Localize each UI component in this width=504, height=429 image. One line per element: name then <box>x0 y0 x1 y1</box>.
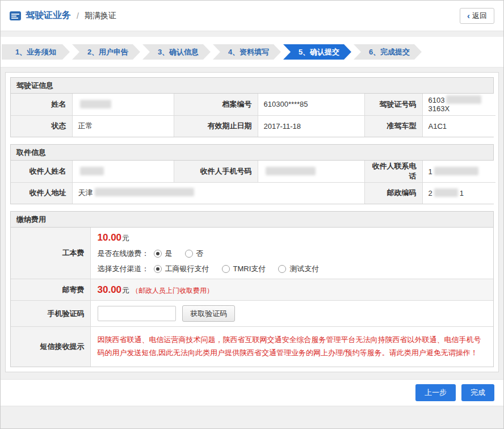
step-tab-1[interactable]: 1、业务须知 <box>2 44 70 60</box>
fees-section-title: 缴纳费用 <box>11 212 493 228</box>
recipient-address-label: 收件人地址 <box>11 182 72 204</box>
radio-channel-tmri[interactable]: TMRI支付 <box>222 264 266 274</box>
vehicle-type-label: 准驾车型 <box>364 115 422 137</box>
postage-fee-content: 30.00元（邮政人员上门收取费用） <box>90 279 493 301</box>
name-label: 姓名 <box>11 94 72 115</box>
sms-code-input[interactable] <box>98 306 176 321</box>
sms-code-row: 手机验证码 获取验证码 <box>11 301 493 327</box>
redacted-recipient-phone <box>434 167 478 175</box>
recipient-name-value <box>72 161 174 182</box>
footer-bar: 上一步 完成 <box>1 379 503 406</box>
step-tab-3[interactable]: 3、确认信息 <box>142 44 211 60</box>
step-tab-5-active[interactable]: 5、确认提交 <box>283 44 351 60</box>
redacted-name <box>80 100 111 108</box>
redacted-recipient-address <box>95 188 194 196</box>
radio-checked-icon <box>154 265 162 273</box>
valid-until-value: 2017-11-18 <box>258 115 364 137</box>
recipient-mobile-value <box>258 161 364 182</box>
radio-unchecked-icon <box>222 265 230 273</box>
sms-notice-label: 短信接收提示 <box>11 327 90 367</box>
radio-online-no[interactable]: 否 <box>185 249 204 259</box>
step-tab-4[interactable]: 4、资料填写 <box>213 44 281 60</box>
postal-code-label: 邮政编码 <box>364 182 422 204</box>
table-row: 姓名 档案编号 610300****85 驾驶证号码 61033163X <box>11 94 495 115</box>
radio-unchecked-icon <box>185 250 193 258</box>
main-panel: 驾驶证信息 姓名 档案编号 610300****85 驾驶证号码 6103316… <box>5 72 499 372</box>
license-info-section: 驾驶证信息 姓名 档案编号 610300****85 驾驶证号码 6103316… <box>10 77 494 137</box>
license-no-value: 61033163X <box>422 94 495 115</box>
redacted-recipient-name <box>80 167 104 175</box>
pickup-info-section: 取件信息 收件人姓名 收件人手机号码 收件人联系电话 1 收件人地址 天津 邮政… <box>10 144 494 204</box>
breadcrumb-separator: / <box>77 11 79 20</box>
step-nav-strip: 1、业务须知 2、用户申告 3、确认信息 4、资料填写 5、确认提交 6、完成提… <box>1 37 503 68</box>
table-row: 收件人地址 天津 邮政编码 21 <box>11 182 495 204</box>
redacted-postal-code <box>434 188 458 197</box>
file-no-value: 610300****85 <box>258 94 364 115</box>
sms-code-content: 获取验证码 <box>90 301 493 327</box>
license-card-icon <box>10 11 21 20</box>
table-row: 状态 正常 有效期止日期 2017-11-18 准驾车型 A1C1 <box>11 115 495 137</box>
radio-channel-icbc[interactable]: 工商银行支付 <box>154 264 209 274</box>
sms-notice-row: 短信接收提示 因陕西省联通、电信运营商技术问题，陕西省互联网交通安全综合服务管理… <box>11 327 493 367</box>
recipient-phone-label: 收件人联系电话 <box>364 161 422 182</box>
postal-code-value: 21 <box>422 182 495 204</box>
status-label: 状态 <box>11 115 72 137</box>
radio-unchecked-icon <box>278 265 286 273</box>
pickup-section-title: 取件信息 <box>11 145 493 161</box>
fees-section: 缴纳费用 工本费 10.00元 是否在线缴费： 是 <box>10 211 494 367</box>
vehicle-type-value: A1C1 <box>422 115 495 137</box>
step-tab-2[interactable]: 2、用户申告 <box>72 44 140 60</box>
sms-code-label: 手机验证码 <box>11 301 90 327</box>
recipient-name-label: 收件人姓名 <box>11 161 72 182</box>
page: 驾驶证业务 / 期满换证 ‹ 返回 1、业务须知 2、用户申告 3、确认信息 4… <box>0 0 504 429</box>
prev-step-button[interactable]: 上一步 <box>415 384 456 401</box>
page-subtitle: 期满换证 <box>85 11 116 21</box>
production-fee-label: 工本费 <box>11 228 90 279</box>
pay-channel-question: 选择支付渠道： 工商银行支付 TMRI支付 测试支付 <box>98 264 487 274</box>
postage-fee-row: 邮寄费 30.00元（邮政人员上门收取费用） <box>11 279 493 301</box>
page-title: 驾驶证业务 <box>26 10 71 22</box>
breadcrumb: 驾驶证业务 / 期满换证 <box>10 10 116 22</box>
table-row: 收件人姓名 收件人手机号码 收件人联系电话 1 <box>11 161 495 182</box>
pickup-info-table: 收件人姓名 收件人手机号码 收件人联系电话 1 收件人地址 天津 邮政编码 21 <box>11 161 495 204</box>
radio-channel-test[interactable]: 测试支付 <box>278 264 319 274</box>
step-tab-6[interactable]: 6、完成提交 <box>354 44 422 60</box>
redacted-recipient-mobile <box>266 167 316 175</box>
status-value: 正常 <box>72 115 174 137</box>
recipient-phone-value: 1 <box>422 161 495 182</box>
step-nav: 1、业务须知 2、用户申告 3、确认信息 4、资料填写 5、确认提交 6、完成提… <box>2 44 502 60</box>
production-fee-content: 10.00元 是否在线缴费： 是 否 <box>90 228 493 279</box>
back-button-label: 返回 <box>472 11 487 21</box>
license-no-label: 驾驶证号码 <box>364 94 422 115</box>
file-no-label: 档案编号 <box>174 94 258 115</box>
sms-notice-text: 因陕西省联通、电信运营商技术问题，陕西省互联网交通安全综合服务管理平台无法向持陕… <box>98 331 487 362</box>
license-section-title: 驾驶证信息 <box>11 78 493 94</box>
get-sms-code-button[interactable]: 获取验证码 <box>182 305 235 322</box>
license-info-table: 姓名 档案编号 610300****85 驾驶证号码 61033163X 状态 … <box>11 94 495 137</box>
online-pay-question: 是否在线缴费： 是 否 <box>98 249 487 259</box>
redacted-license-no <box>446 95 481 104</box>
finish-button[interactable]: 完成 <box>461 384 494 401</box>
postage-fee-label: 邮寄费 <box>11 279 90 301</box>
sms-notice-content: 因陕西省联通、电信运营商技术问题，陕西省互联网交通安全综合服务管理平台无法向持陕… <box>90 327 493 367</box>
recipient-address-value: 天津 <box>72 182 364 204</box>
chevron-left-icon: ‹ <box>467 11 470 20</box>
radio-online-yes[interactable]: 是 <box>154 249 173 259</box>
production-fee-row: 工本费 10.00元 是否在线缴费： 是 <box>11 228 493 279</box>
header: 驾驶证业务 / 期满换证 ‹ 返回 <box>1 1 503 31</box>
production-fee-amount: 10.00元 <box>98 232 487 243</box>
fees-table: 工本费 10.00元 是否在线缴费： 是 <box>11 228 493 367</box>
postage-fee-note: （邮政人员上门收取费用） <box>132 287 213 295</box>
name-value <box>72 94 174 115</box>
recipient-mobile-label: 收件人手机号码 <box>174 161 258 182</box>
radio-checked-icon <box>154 250 162 258</box>
back-button[interactable]: ‹ 返回 <box>460 8 494 24</box>
valid-until-label: 有效期止日期 <box>174 115 258 137</box>
